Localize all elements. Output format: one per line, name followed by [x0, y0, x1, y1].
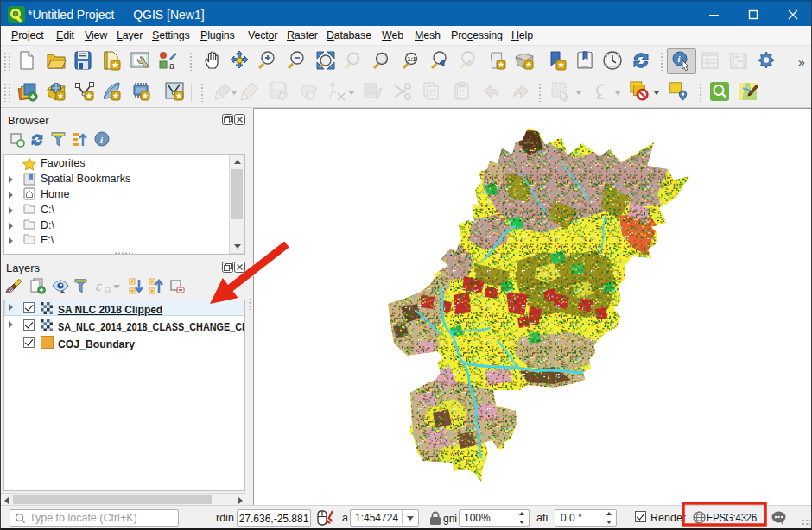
svg-text:1:1: 1:1	[408, 56, 416, 62]
svg-text:a: a	[169, 60, 175, 71]
